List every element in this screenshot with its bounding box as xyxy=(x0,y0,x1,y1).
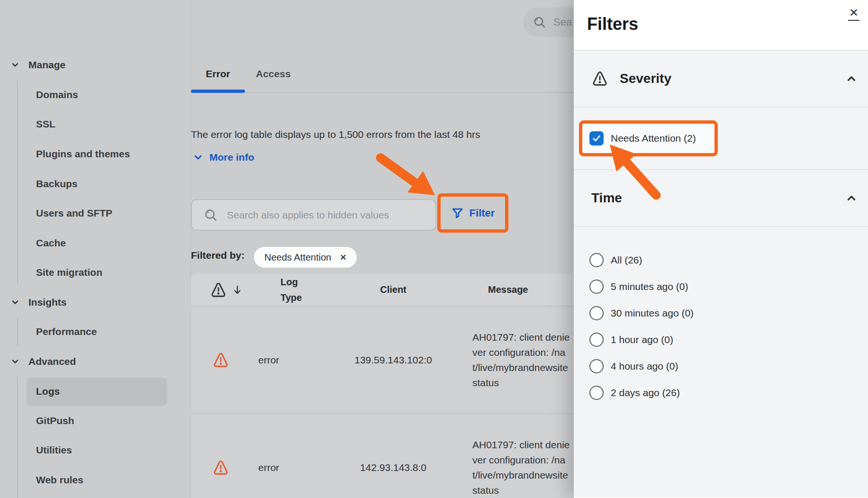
radio-icon xyxy=(589,306,604,320)
filtered-by-label: Filtered by: xyxy=(191,250,244,261)
radio-option-30-minutes[interactable]: 30 minutes ago (0) xyxy=(589,300,694,326)
filters-panel: Filters ✕ Severity Needs Attention (2) T… xyxy=(574,0,868,498)
column-header-client[interactable]: Client xyxy=(322,274,464,306)
more-info-link[interactable]: More info xyxy=(192,152,254,163)
severity-section-header[interactable]: Severity xyxy=(574,50,868,107)
chevron-down-icon xyxy=(10,60,20,70)
chip-remove-icon[interactable]: ✕ xyxy=(340,253,346,263)
time-section-header[interactable]: Time xyxy=(574,169,868,226)
radio-icon xyxy=(589,333,604,347)
sidebar-item-gitpush[interactable]: GitPush xyxy=(0,410,191,431)
sidebar-item-plugins-themes[interactable]: Plugins and themes xyxy=(0,144,191,164)
chevron-up-icon xyxy=(845,192,858,204)
warning-icon xyxy=(210,281,227,299)
global-search-placeholder: Sea xyxy=(553,16,572,28)
funnel-icon xyxy=(451,207,464,219)
filters-title: Filters xyxy=(587,14,638,34)
warning-icon xyxy=(591,70,608,87)
warning-icon xyxy=(212,459,229,476)
radio-icon xyxy=(589,359,604,373)
filter-button[interactable]: Filter xyxy=(470,207,495,219)
radio-option-1-hour[interactable]: 1 hour ago (0) xyxy=(589,326,673,353)
needs-attention-label: Needs Attention (2) xyxy=(611,133,696,144)
radio-option-2-days[interactable]: 2 days ago (26) xyxy=(589,380,680,406)
column-header-log-type[interactable]: LogType xyxy=(246,274,322,306)
sidebar-item-site-migration[interactable]: Site migration xyxy=(0,262,191,283)
close-icon[interactable]: ✕ xyxy=(848,6,859,21)
sidebar-item-ssl[interactable]: SSL xyxy=(0,114,191,135)
sidebar-section-insights[interactable]: Insights xyxy=(0,292,191,313)
tab-error[interactable]: Error xyxy=(191,68,245,82)
chevron-up-icon xyxy=(845,72,858,85)
chevron-down-icon xyxy=(10,298,20,307)
arrow-to-filter-button xyxy=(380,158,435,195)
checkbox-annotation-box: Needs Attention (2) xyxy=(579,120,718,156)
sidebar-item-users-sftp[interactable]: Users and SFTP xyxy=(0,203,191,224)
sidebar-item-cache[interactable]: Cache xyxy=(0,233,191,254)
sidebar-section-advanced[interactable]: Advanced xyxy=(0,351,191,372)
radio-option-all[interactable]: All (26) xyxy=(589,247,642,273)
sidebar-item-utilities[interactable]: Utilities xyxy=(0,440,191,461)
radio-icon xyxy=(589,253,604,267)
sidebar-item-backups[interactable]: Backups xyxy=(0,173,191,194)
cell-log-type: error xyxy=(246,307,322,413)
radio-option-4-hours[interactable]: 4 hours ago (0) xyxy=(589,353,678,380)
sidebar-item-web-rules[interactable]: Web rules xyxy=(0,470,191,490)
radio-icon xyxy=(589,280,604,294)
active-tab-underline xyxy=(191,90,245,93)
chevron-down-icon xyxy=(10,357,20,366)
cell-client: 139.59.143.102:0 xyxy=(322,307,464,413)
radio-icon xyxy=(589,386,604,400)
app-screen: Sea Manage Domains SSL Plugins and theme… xyxy=(0,0,868,498)
sidebar: Manage Domains SSL Plugins and themes Ba… xyxy=(0,0,191,498)
log-search-placeholder: Search also applies to hidden values xyxy=(227,209,389,221)
tab-access[interactable]: Access xyxy=(256,68,291,82)
cell-client: 142.93.143.8:0 xyxy=(322,414,464,498)
sort-descending-icon[interactable] xyxy=(232,284,243,296)
cell-log-type: error xyxy=(246,414,322,498)
log-search-input[interactable]: Search also applies to hidden values xyxy=(191,199,436,231)
log-info-text: The error log table displays up to 1,500… xyxy=(191,129,480,140)
filters-panel-header: Filters ✕ xyxy=(574,0,868,50)
radio-option-5-minutes[interactable]: 5 minutes ago (0) xyxy=(589,273,688,300)
severity-options: Needs Attention (2) xyxy=(574,107,868,169)
filter-chip-needs-attention[interactable]: Needs Attention ✕ xyxy=(254,247,357,268)
check-icon xyxy=(591,133,602,144)
sidebar-item-performance[interactable]: Performance xyxy=(0,321,191,342)
sidebar-item-logs[interactable]: Logs xyxy=(0,381,191,402)
needs-attention-checkbox[interactable] xyxy=(589,131,604,145)
filter-button-annotation-box: Filter xyxy=(437,193,508,233)
search-icon xyxy=(533,15,547,29)
sidebar-item-domains[interactable]: Domains xyxy=(0,84,191,105)
sidebar-section-manage[interactable]: Manage xyxy=(0,54,191,75)
warning-icon xyxy=(212,352,229,369)
time-options: All (26) 5 minutes ago (0) 30 minutes ag… xyxy=(574,226,868,497)
search-icon xyxy=(203,208,218,223)
chevron-down-icon xyxy=(192,152,204,163)
